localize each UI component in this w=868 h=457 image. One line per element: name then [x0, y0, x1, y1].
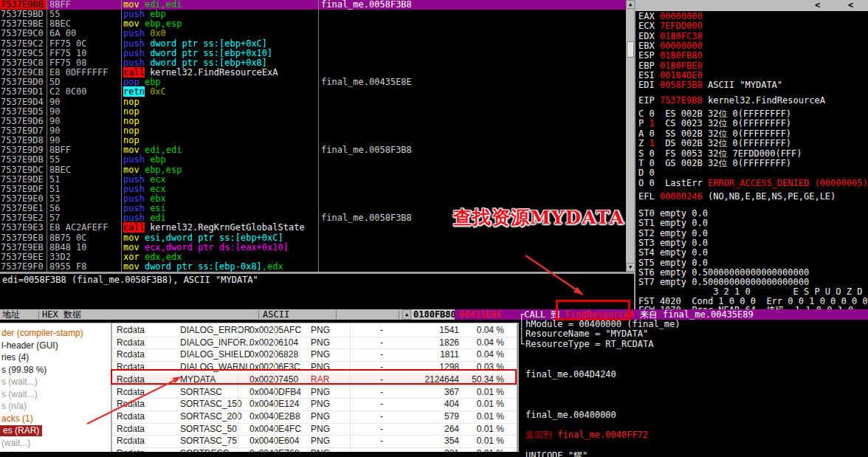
stack-row[interactable]: final_me.00400000: [519, 410, 868, 421]
info-line: edi=0058F3B8 (final_me.0058F3B8), ASCII …: [2, 275, 258, 285]
disasm-row[interactable]: 7537E9BD55push ebp: [0, 10, 626, 19]
collapse-left-icon[interactable]: <: [815, 0, 820, 11]
disasm-row[interactable]: 7537E9DB55push ebp: [0, 155, 626, 165]
debugger-screen: 7537E9BB8BFFmov edi,edifinal_me.0058F3B8…: [0, 0, 868, 457]
registers-header: 寄存器 (FPU) < <: [636, 0, 868, 11]
disasm-row[interactable]: 7537E9DF51push ecx: [0, 185, 626, 194]
collapse-right-icon[interactable]: <: [848, 0, 853, 11]
disasm-row[interactable]: 7537E9D690nop: [0, 117, 626, 126]
stack-row[interactable]: [519, 441, 868, 451]
tree-item[interactable]: (wait...): [1, 438, 30, 449]
arrow-down-icon: [574, 286, 584, 295]
stack-row[interactable]: final_me.004D4240: [519, 370, 868, 380]
hexdump-strip: [0, 452, 519, 457]
hexdump-header: 地址 HEX 数据 ASCII ▲: [0, 309, 412, 320]
stack-row[interactable]: [519, 391, 868, 401]
flag-row[interactable]: S 0 FS 0053 32位 7EFDD000(FFF): [638, 149, 868, 159]
disasm-row[interactable]: 7537E9D590nop: [0, 107, 626, 117]
highlight-rect-mydata-row: [111, 369, 517, 385]
flag-row[interactable]: T 0 GS 002B 32位 0(FFFFFFFF): [638, 159, 868, 168]
flag-row[interactable]: Z 1 DS 002B 32位 0(FFFFFFFF): [638, 139, 868, 148]
disasm-row[interactable]: 7537E9DC8BECmov ebp,esp: [0, 165, 626, 175]
stack-scroll-up-icon[interactable]: ▲: [402, 309, 411, 320]
flag-row[interactable]: C 0 ES 002B 32位 0(FFFFFFFF): [638, 109, 868, 119]
tree-item[interactable]: acks (1): [1, 413, 33, 425]
lasterr-row[interactable]: O 0 LastErr ERROR_ACCESS_DENIED (0000000…: [638, 179, 868, 188]
highlight-box-findresource: [556, 300, 630, 320]
resource-row[interactable]: RcdataSORTASC_750x0040E604PNG-3540.01 %: [112, 435, 517, 448]
disasm-row[interactable]: 7537E9BB8BFFmov edi,edifinal_me.0058F3B8: [0, 0, 626, 10]
disassembly-pane[interactable]: 7537E9BB8BFFmov edi,edifinal_me.0058F3B8…: [0, 0, 626, 272]
disasm-row[interactable]: 7537E9EB8B48 10mov ecx,dword ptr ds:[eax…: [0, 243, 626, 252]
flag-row[interactable]: A 0 SS 002B 32位 0(FFFFFFFF): [638, 129, 868, 139]
disasm-row[interactable]: 7537E9D790nop: [0, 126, 626, 136]
efl-row[interactable]: EFL 00000246 (NO,NB,E,BE,NS,PE,GE,LE): [638, 192, 868, 202]
pane-divider: [0, 272, 636, 274]
disasm-row[interactable]: 7537E9F08955 F8mov dword ptr ss:[ebp-0x8…: [0, 262, 626, 272]
tree-item[interactable]: s (wait...): [1, 389, 38, 400]
flag-row[interactable]: D 0: [638, 168, 868, 178]
column-divider: [318, 0, 319, 272]
tree-item[interactable]: l-header (GUI): [1, 340, 58, 351]
hexdump-col-hex: HEX 数据: [42, 309, 81, 320]
stack-row[interactable]: [519, 421, 868, 431]
tree-item[interactable]: der (compiler-stamp): [1, 328, 83, 339]
tree-item[interactable]: ries (4): [1, 352, 29, 363]
stack-row[interactable]: UNICODE "耀": [519, 451, 868, 457]
annotation-find-resource-label: 查找资源MYDATA: [453, 205, 624, 230]
stack-row[interactable]: └ResourceType = RT_RCDATA: [519, 340, 868, 350]
column-divider: [121, 0, 122, 272]
disasm-row[interactable]: 7537E9C8FF75 08push dword ptr ss:[ebp+0x…: [0, 58, 626, 68]
flag-row[interactable]: P 1 CS 0023 32位 0(FFFFFFFF): [638, 119, 868, 128]
stack-address[interactable]: 0180FB80: [412, 309, 455, 320]
stack-value[interactable]: 00435E8E: [455, 309, 519, 320]
resource-row[interactable]: RcdataSORTASC_1500x0040E124PNG-4040.01 %: [112, 398, 517, 411]
disasm-row[interactable]: 7537E9EE33D2xor edx,edx: [0, 252, 626, 262]
tree-item[interactable]: s (99.98 %): [1, 365, 46, 376]
disasm-row[interactable]: 7537E9D1C2 0C00retn 0xC: [0, 87, 626, 97]
disasm-row[interactable]: 7537E9C5FF75 10push dword ptr ss:[ebp+0x…: [0, 49, 626, 58]
resource-viewer-window: der (compiler-stamp)l-header (GUI)ries (…: [0, 323, 519, 453]
stack-row[interactable]: [519, 360, 868, 371]
registers-pane[interactable]: 寄存器 (FPU) < < EAX 00000000ECX 7EFDD000ED…: [636, 0, 868, 309]
eip-row[interactable]: EIP 7537E9BB kernel32.FindResourceA: [638, 96, 868, 106]
stack-row[interactable]: 返回到 final_me.0040FF72: [519, 430, 868, 441]
tree-item[interactable]: s (wait...): [1, 377, 38, 388]
tree-item[interactable]: es (RAR): [0, 425, 42, 436]
disasm-row[interactable]: 7537E9BE8BECmov ebp,esp: [0, 19, 626, 29]
disasm-row[interactable]: 7537E9D05Dpop ebpfinal_me.00435E8E: [0, 78, 626, 87]
disasm-row[interactable]: 7537E9D98BFFmov edi,edifinal_me.0058F3B8: [0, 145, 626, 155]
stack-row[interactable]: [519, 380, 868, 391]
stack-row[interactable]: [519, 400, 868, 410]
tree-item[interactable]: s (n/a): [1, 401, 27, 412]
resource-row[interactable]: RcdataSORTASC_2000x0040E2B8PNG-5790.01 %: [112, 410, 517, 424]
disasm-row[interactable]: 7537E9DE51push ecx: [0, 175, 626, 185]
resource-row[interactable]: RcdataDIALOG_ERROR0x00205AFCPNG-15410.04…: [112, 324, 517, 337]
stack-row[interactable]: [519, 350, 868, 360]
column-divider: [46, 0, 47, 272]
disasm-row[interactable]: 7537E9CBE8 0DFFFFFFcall kernel32.FindRes…: [0, 68, 626, 78]
disasm-row[interactable]: 7537E9C06A 00push 0x0: [0, 29, 626, 38]
disasm-row[interactable]: 7537E9C2FF75 0Cpush dword ptr ss:[ebp+0x…: [0, 39, 626, 49]
disasm-row[interactable]: 7537E9D490nop: [0, 97, 626, 107]
resource-row[interactable]: RcdataDIALOG_SHIELD0x00206828PNG-18110.0…: [112, 348, 517, 362]
disasm-row[interactable]: 7537E9E053push ebx: [0, 194, 626, 204]
window-edge: [517, 323, 519, 453]
resource-row[interactable]: RcdataDIALOG_INFOR...0x00206104PNG-18260…: [112, 337, 517, 350]
resource-row[interactable]: RcdataSORTASC_500x0040E4FCPNG-2640.01 %: [112, 423, 517, 436]
disasm-row[interactable]: 7537E9D890nop: [0, 136, 626, 145]
hexdump-col-ascii: ASCII: [263, 309, 289, 320]
resource-row[interactable]: RcdataSORTASC0x0040DFB4PNG-3670.01 %: [112, 386, 517, 399]
hexdump-col-address: 地址: [2, 309, 20, 320]
scrollbar-thumb[interactable]: [627, 41, 634, 58]
register-row[interactable]: EDI 0058F3B8 ASCII "MYDATA": [638, 80, 868, 90]
disasm-row[interactable]: 7537E9E88B75 0Cmov esi,dword ptr ss:[ebp…: [0, 233, 626, 243]
